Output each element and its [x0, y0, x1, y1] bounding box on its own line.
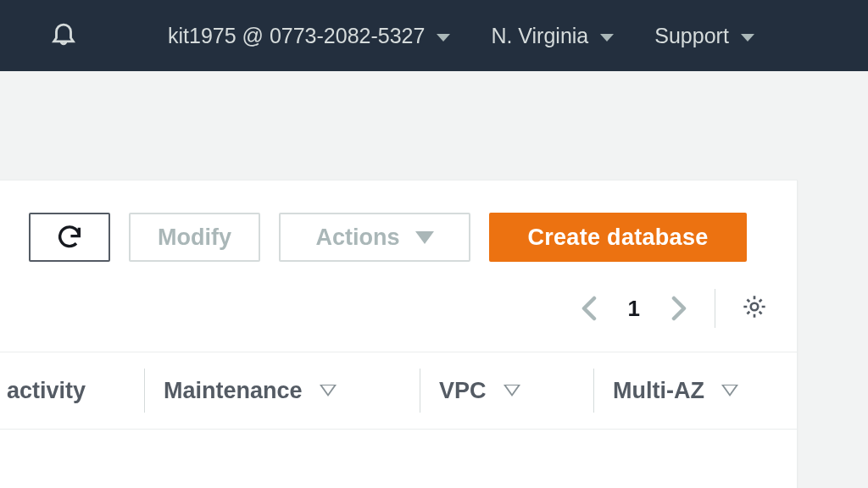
notifications-icon[interactable]: [49, 19, 78, 53]
databases-panel: Modify Actions Create database 1: [0, 180, 798, 488]
actions-label: Actions: [315, 225, 399, 251]
page-number: 1: [621, 296, 647, 322]
caret-down-icon: [415, 231, 434, 244]
table-settings-button[interactable]: [741, 293, 768, 324]
caret-down-icon: [437, 34, 450, 42]
account-label: kit1975 @ 0773-2082-5327: [168, 24, 425, 48]
action-bar: Modify Actions Create database: [0, 180, 797, 279]
sort-icon: [504, 385, 520, 396]
column-label: Multi-AZ: [613, 378, 704, 404]
page-body: Modify Actions Create database 1: [0, 71, 868, 488]
chevron-left-icon: [581, 296, 597, 321]
column-label: VPC: [439, 378, 487, 404]
create-database-label: Create database: [527, 225, 708, 251]
column-header-multiaz[interactable]: Multi-AZ: [594, 369, 794, 413]
svg-point-0: [751, 303, 759, 311]
top-nav: kit1975 @ 0773-2082-5327 N. Virginia Sup…: [0, 0, 868, 71]
support-menu[interactable]: Support: [654, 24, 754, 48]
region-menu[interactable]: N. Virginia: [491, 24, 614, 48]
refresh-button[interactable]: [29, 213, 110, 262]
column-label: Maintenance: [164, 378, 303, 404]
column-label: activity: [7, 378, 86, 404]
gear-icon: [741, 293, 768, 320]
actions-menu-button[interactable]: Actions: [279, 213, 470, 262]
column-header-maintenance[interactable]: Maintenance: [145, 369, 420, 413]
caret-down-icon: [741, 34, 754, 42]
account-menu[interactable]: kit1975 @ 0773-2082-5327: [168, 24, 450, 48]
sort-icon: [721, 385, 738, 396]
column-header-vpc[interactable]: VPC: [420, 369, 593, 413]
region-label: N. Virginia: [491, 24, 588, 48]
prev-page-button[interactable]: [579, 292, 599, 324]
next-page-button[interactable]: [669, 292, 689, 324]
create-database-button[interactable]: Create database: [489, 213, 747, 262]
table-header-row: activity Maintenance VPC Multi-AZ: [0, 352, 797, 430]
modify-button[interactable]: Modify: [129, 213, 260, 262]
column-header-activity[interactable]: activity: [0, 369, 144, 413]
chevron-right-icon: [671, 296, 687, 321]
refresh-icon: [55, 223, 84, 252]
pagination-bar: 1: [0, 279, 797, 352]
support-label: Support: [654, 24, 729, 48]
sort-icon: [320, 385, 337, 396]
caret-down-icon: [600, 34, 614, 42]
divider: [715, 289, 715, 328]
modify-label: Modify: [158, 225, 231, 251]
